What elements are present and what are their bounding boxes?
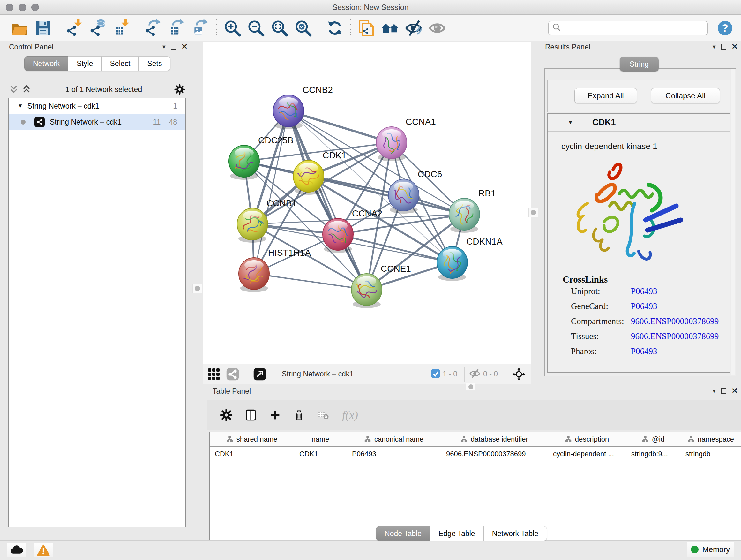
network-node-CCNE1[interactable]: CCNE1 bbox=[351, 264, 411, 308]
tab-node-table[interactable]: Node Table bbox=[376, 526, 430, 541]
column-header-namespace[interactable]: namespace bbox=[680, 432, 741, 446]
zoom-fit-icon[interactable] bbox=[269, 18, 290, 38]
control-panel-close-icon[interactable]: ✕ bbox=[181, 43, 188, 51]
network-node-CCNA1[interactable]: CCNA1 bbox=[376, 117, 436, 161]
network-node-HIST1H1A[interactable]: HIST1H1A bbox=[239, 248, 311, 292]
delete-table-icon[interactable] bbox=[317, 408, 330, 422]
crosslink-link[interactable]: 9606.ENSP00000378699 bbox=[631, 331, 719, 341]
tab-style[interactable]: Style bbox=[68, 56, 102, 71]
zoom-in-icon[interactable] bbox=[222, 18, 243, 38]
results-panel-menu-icon[interactable]: ▾ bbox=[713, 43, 716, 51]
save-session-icon[interactable] bbox=[33, 18, 53, 38]
collection-expand-icon[interactable]: ▼ bbox=[17, 103, 23, 109]
table-options-gear-icon[interactable] bbox=[219, 408, 233, 422]
column-header-label: shared name bbox=[237, 435, 277, 443]
birds-eye-crosshair-icon[interactable] bbox=[512, 367, 526, 381]
show-grid-icon[interactable] bbox=[207, 368, 220, 381]
warning-status-button[interactable] bbox=[34, 543, 53, 557]
delete-column-icon[interactable] bbox=[292, 408, 306, 422]
network-node-CDKN1A[interactable]: CDKN1A bbox=[437, 237, 502, 281]
open-session-icon[interactable] bbox=[9, 18, 30, 38]
annotation-share-icon[interactable] bbox=[356, 18, 377, 38]
crosslink-link[interactable]: 9606.ENSP00000378699 bbox=[631, 316, 719, 326]
network-share-icon[interactable] bbox=[226, 368, 239, 381]
collapse-all-networks-icon[interactable] bbox=[8, 84, 19, 95]
control-panel: Control Panel ▾ ✕ NetworkStyleSelectSets… bbox=[3, 41, 191, 537]
network-column-icon bbox=[642, 436, 649, 443]
show-all-icon[interactable] bbox=[427, 18, 448, 38]
left-splitter-handle[interactable] bbox=[192, 284, 202, 293]
show-columns-icon[interactable] bbox=[244, 408, 258, 422]
right-splitter-handle[interactable] bbox=[529, 207, 538, 217]
node-entry-header[interactable]: ▼ CDK1 bbox=[548, 114, 730, 132]
export-network-icon[interactable] bbox=[143, 18, 164, 38]
network-row[interactable]: String Network – cdk1 11 48 bbox=[9, 114, 185, 130]
table-panel-close-icon[interactable]: ✕ bbox=[731, 387, 738, 395]
crosslink-row: Uniprot:P06493 bbox=[556, 287, 722, 301]
table-cell[interactable]: stringdb:9... bbox=[626, 447, 680, 461]
import-network-from-database-icon[interactable] bbox=[88, 18, 109, 38]
results-scrollbar[interactable] bbox=[731, 69, 735, 375]
tab-edge-table[interactable]: Edge Table bbox=[430, 526, 484, 541]
tab-network-table[interactable]: Network Table bbox=[484, 526, 547, 541]
network-node-RB1[interactable]: RB1 bbox=[449, 188, 495, 233]
crosslink-link[interactable]: P06493 bbox=[631, 301, 657, 311]
table-panel-float-icon[interactable] bbox=[721, 388, 726, 394]
export-image-icon[interactable] bbox=[191, 18, 211, 38]
results-panel-close-icon[interactable]: ✕ bbox=[731, 43, 738, 51]
crosslink-label: Tissues: bbox=[571, 331, 599, 341]
tab-string[interactable]: String bbox=[620, 57, 659, 71]
column-header-description[interactable]: description bbox=[548, 432, 626, 446]
zoom-selected-icon[interactable] bbox=[293, 18, 313, 38]
network-collection-row[interactable]: ▼ String Network – cdk1 1 bbox=[9, 98, 185, 114]
column-header-name[interactable]: name bbox=[294, 432, 347, 446]
cloud-status-button[interactable] bbox=[7, 543, 26, 557]
column-header-shared-name[interactable]: shared name bbox=[210, 432, 294, 446]
search-box[interactable] bbox=[548, 21, 708, 35]
column-header-canonical-name[interactable]: canonical name bbox=[347, 432, 441, 446]
expand-all-networks-icon[interactable] bbox=[21, 84, 32, 95]
tab-sets[interactable]: Sets bbox=[139, 56, 171, 71]
column-header-database-identifier[interactable]: database identifier bbox=[441, 432, 548, 446]
network-options-gear-icon[interactable] bbox=[174, 83, 186, 96]
apply-layout-icon[interactable] bbox=[325, 18, 345, 38]
zoom-out-icon[interactable] bbox=[246, 18, 266, 38]
import-network-from-file-icon[interactable] bbox=[64, 18, 85, 38]
help-button[interactable]: ? bbox=[717, 20, 733, 37]
network-node-CCNB1[interactable]: CCNB1 bbox=[237, 198, 297, 243]
table-cell[interactable]: CDK1 bbox=[210, 447, 294, 461]
network-column-icon bbox=[364, 436, 371, 443]
expand-all-button[interactable]: Expand All bbox=[575, 88, 637, 104]
node-label: CCNB2 bbox=[302, 85, 333, 95]
import-table-from-file-icon[interactable] bbox=[112, 18, 132, 38]
network-column-icon bbox=[565, 436, 572, 443]
add-column-icon[interactable] bbox=[269, 409, 281, 422]
network-view-canvas[interactable]: CCNB2 CCNA1 CDC25B CDK1 CDC6 RB1 CCNB1 bbox=[203, 42, 531, 364]
collection-label: String Network – cdk1 bbox=[27, 102, 173, 111]
table-panel-menu-icon[interactable]: ▾ bbox=[713, 387, 716, 395]
table-cell[interactable]: stringdb bbox=[680, 447, 741, 461]
table-cell[interactable]: cyclin-dependent ... bbox=[548, 447, 626, 461]
tab-network[interactable]: Network bbox=[24, 56, 68, 71]
column-header--id[interactable]: @id bbox=[626, 432, 680, 446]
crosslink-link[interactable]: P06493 bbox=[631, 287, 657, 296]
detach-view-icon[interactable] bbox=[253, 368, 266, 381]
function-builder-icon[interactable]: f(x) bbox=[341, 408, 365, 423]
control-panel-float-icon[interactable] bbox=[171, 44, 176, 50]
collapse-all-button[interactable]: Collapse All bbox=[651, 88, 720, 104]
control-panel-menu-icon[interactable]: ▾ bbox=[162, 43, 165, 51]
entry-collapse-icon[interactable]: ▼ bbox=[567, 119, 574, 126]
table-cell[interactable]: CDK1 bbox=[294, 447, 347, 461]
tab-select[interactable]: Select bbox=[102, 56, 139, 71]
memory-button[interactable]: Memory bbox=[687, 542, 734, 557]
hide-selected-icon[interactable] bbox=[403, 18, 424, 38]
network-node-CDC25B[interactable]: CDC25B bbox=[229, 135, 293, 180]
table-cell[interactable]: 9606.ENSP00000378699 bbox=[441, 447, 548, 461]
table-cell[interactable]: P06493 bbox=[347, 447, 441, 461]
selected-checkbox-icon[interactable] bbox=[430, 368, 441, 380]
crosslink-link[interactable]: P06493 bbox=[631, 347, 657, 356]
results-panel-float-icon[interactable] bbox=[721, 44, 726, 50]
export-table-icon[interactable] bbox=[167, 18, 187, 38]
first-neighbors-icon[interactable] bbox=[380, 18, 400, 38]
search-input[interactable] bbox=[562, 22, 704, 34]
